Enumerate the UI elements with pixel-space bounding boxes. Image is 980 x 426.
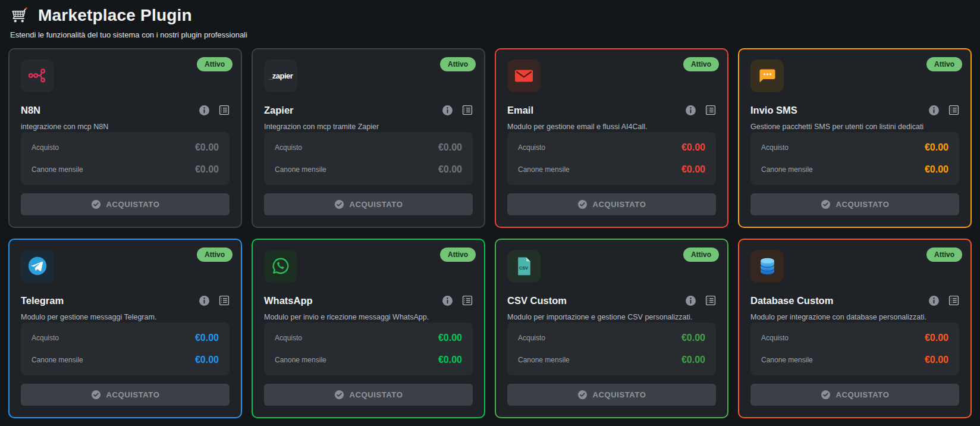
plugin-description: Modulo per integrazione con database per… xyxy=(750,312,959,322)
monthly-price-value: €0.00 xyxy=(925,355,948,365)
plugin-card: Attivo Email Modulo per gestione email e… xyxy=(495,48,728,228)
marketplace-page: Marketplace Plugin Estendi le funzionali… xyxy=(0,0,980,426)
status-badge: Attivo xyxy=(440,248,476,262)
plugin-description: Modulo per invio e ricezione messaggi Wh… xyxy=(264,312,473,322)
purchase-price-value: €0.00 xyxy=(925,333,948,343)
plugin-card: Attivo CSV CSV Custom Modulo per importa… xyxy=(495,239,728,418)
details-list-icon[interactable] xyxy=(705,105,716,115)
sms-icon xyxy=(750,59,784,92)
database-icon xyxy=(750,250,784,283)
status-badge: Attivo xyxy=(926,248,962,262)
monthly-price-label: Canone mensile xyxy=(32,165,83,174)
price-box: Acquisto €0.00 Canone mensile €0.00 xyxy=(507,132,716,185)
plugin-title: Invio SMS xyxy=(750,105,797,116)
monthly-price-row: Canone mensile €0.00 xyxy=(32,355,219,365)
plugin-card: Attivo N8N integrazione con mcp N8N Acqu… xyxy=(8,48,242,228)
check-circle-icon xyxy=(91,390,101,400)
plugin-description: Modulo per importazione e gestione CSV p… xyxy=(507,312,716,322)
purchase-price-row: Acquisto €0.00 xyxy=(275,333,462,343)
acquistato-button-label: ACQUISTATO xyxy=(350,390,403,399)
monthly-price-label: Canone mensile xyxy=(761,165,813,174)
info-icon[interactable] xyxy=(442,295,453,306)
monthly-price-value: €0.00 xyxy=(681,164,705,175)
info-icon[interactable] xyxy=(685,295,696,306)
price-box: Acquisto €0.00 Canone mensile €0.00 xyxy=(750,132,959,185)
acquistato-button-label: ACQUISTATO xyxy=(106,390,160,399)
plugin-title: CSV Custom xyxy=(507,295,567,306)
acquistato-button-label: ACQUISTATO xyxy=(350,200,403,209)
plugin-card: Attivo Telegram Modulo per gestione mess… xyxy=(8,239,242,418)
status-badge: Attivo xyxy=(683,57,719,71)
details-list-icon[interactable] xyxy=(705,295,716,306)
purchase-price-row: Acquisto €0.00 xyxy=(518,142,705,153)
acquistato-button[interactable]: ACQUISTATO xyxy=(264,384,473,406)
acquistato-button[interactable]: ACQUISTATO xyxy=(21,193,230,215)
monthly-price-row: Canone mensile €0.00 xyxy=(518,355,705,365)
info-icon[interactable] xyxy=(199,105,210,116)
info-icon[interactable] xyxy=(928,295,940,306)
page-header: Marketplace Plugin xyxy=(8,6,972,25)
csv-file-icon: CSV xyxy=(507,250,541,283)
purchase-price-label: Acquisto xyxy=(32,334,59,342)
purchase-price-row: Acquisto €0.00 xyxy=(761,333,948,343)
acquistato-button-label: ACQUISTATO xyxy=(836,390,890,399)
purchase-price-value: €0.00 xyxy=(925,142,948,153)
acquistato-button[interactable]: ACQUISTATO xyxy=(507,193,716,215)
plugin-description: integrazione con mcp N8N xyxy=(21,122,230,132)
details-list-icon[interactable] xyxy=(219,105,230,115)
purchase-price-label: Acquisto xyxy=(518,334,545,342)
acquistato-button[interactable]: ACQUISTATO xyxy=(750,384,959,406)
details-list-icon[interactable] xyxy=(462,295,473,306)
plugin-grid: Attivo N8N integrazione con mcp N8N Acqu… xyxy=(8,48,972,418)
plugin-card: Attivo _zapier Zapier Integrazion con mc… xyxy=(252,48,485,228)
monthly-price-value: €0.00 xyxy=(925,164,948,175)
info-icon[interactable] xyxy=(442,105,453,116)
purchase-price-label: Acquisto xyxy=(275,143,302,152)
acquistato-button[interactable]: ACQUISTATO xyxy=(750,193,959,215)
details-list-icon[interactable] xyxy=(948,295,959,306)
n8n-icon xyxy=(21,59,54,92)
monthly-price-value: €0.00 xyxy=(195,355,219,365)
telegram-icon xyxy=(21,250,54,283)
purchase-price-label: Acquisto xyxy=(761,334,789,342)
info-icon[interactable] xyxy=(685,105,696,116)
check-circle-icon xyxy=(577,390,588,400)
acquistato-button-label: ACQUISTATO xyxy=(106,200,160,209)
check-circle-icon xyxy=(577,199,588,209)
monthly-price-value: €0.00 xyxy=(438,164,462,175)
info-icon[interactable] xyxy=(928,105,940,116)
acquistato-button-label: ACQUISTATO xyxy=(593,390,646,399)
status-badge: Attivo xyxy=(926,57,962,71)
purchase-price-row: Acquisto €0.00 xyxy=(32,142,219,153)
acquistato-button[interactable]: ACQUISTATO xyxy=(21,384,230,406)
check-circle-icon xyxy=(91,199,101,209)
purchase-price-value: €0.00 xyxy=(438,333,462,343)
plugin-card: Attivo Database Custom Modulo per integr… xyxy=(738,239,972,418)
monthly-price-value: €0.00 xyxy=(195,164,219,175)
info-icon[interactable] xyxy=(199,295,210,306)
plugin-card: Attivo WhatsApp Modulo per invio e ricez… xyxy=(252,239,485,418)
purchase-price-row: Acquisto €0.00 xyxy=(518,333,705,343)
acquistato-button[interactable]: ACQUISTATO xyxy=(264,193,473,215)
plugin-description: Modulo per gestione messaggi Telegram. xyxy=(21,312,230,322)
plugin-title: Telegram xyxy=(21,295,64,306)
details-list-icon[interactable] xyxy=(948,105,959,115)
plugin-description: Integrazion con mcp tramite Zapier xyxy=(264,122,473,132)
plugin-description: Gestione pacchetti SMS per utenti con li… xyxy=(750,122,959,132)
monthly-price-row: Canone mensile €0.00 xyxy=(761,355,948,365)
purchase-price-value: €0.00 xyxy=(195,142,219,153)
check-circle-icon xyxy=(334,390,344,400)
price-box: Acquisto €0.00 Canone mensile €0.00 xyxy=(264,132,473,185)
acquistato-button-label: ACQUISTATO xyxy=(593,200,646,209)
details-list-icon[interactable] xyxy=(219,295,230,306)
purchase-price-value: €0.00 xyxy=(195,333,219,343)
email-icon xyxy=(507,59,541,92)
details-list-icon[interactable] xyxy=(462,105,473,115)
plugin-title: Email xyxy=(507,105,533,116)
monthly-price-row: Canone mensile €0.00 xyxy=(518,164,705,175)
price-box: Acquisto €0.00 Canone mensile €0.00 xyxy=(264,322,473,375)
monthly-price-label: Canone mensile xyxy=(761,356,813,364)
page-subtitle: Estendi le funzionalità del tuo sistema … xyxy=(8,30,972,39)
acquistato-button[interactable]: ACQUISTATO xyxy=(507,384,716,406)
purchase-price-value: €0.00 xyxy=(681,333,705,343)
